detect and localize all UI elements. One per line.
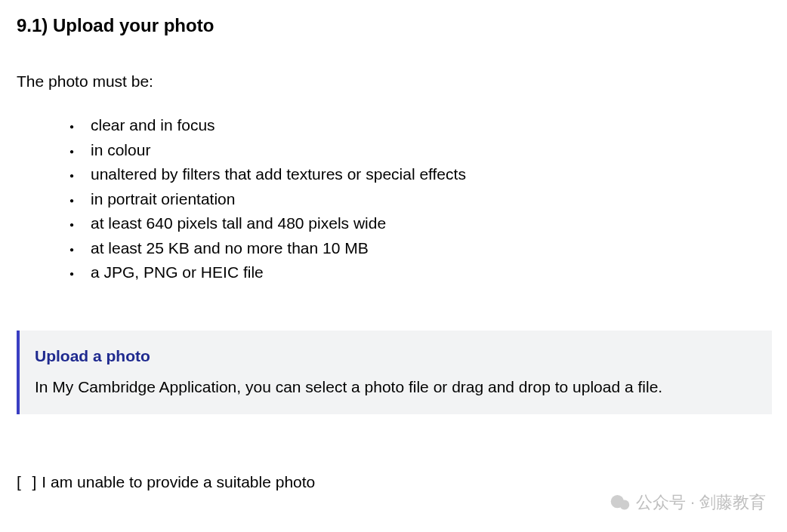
- svg-point-1: [619, 500, 629, 509]
- list-item: clear and in focus: [69, 113, 770, 138]
- section-heading: 9.1) Upload your photo: [17, 15, 770, 36]
- wechat-icon: [610, 493, 630, 512]
- svg-point-0: [611, 495, 624, 508]
- intro-text: The photo must be:: [17, 72, 770, 91]
- unable-checkbox-row[interactable]: [ ] I am unable to provide a suitable ph…: [17, 473, 770, 491]
- watermark-separator: ·: [690, 493, 695, 512]
- watermark-name: 剑藤教育: [699, 491, 766, 514]
- list-item: at least 640 pixels tall and 480 pixels …: [69, 211, 770, 236]
- requirements-list: clear and in focus in colour unaltered b…: [17, 113, 770, 285]
- checkbox-label: I am unable to provide a suitable photo: [42, 473, 315, 491]
- watermark: 公众号 · 剑藤教育: [610, 491, 766, 514]
- upload-box-title: Upload a photo: [35, 347, 754, 365]
- list-item: in portrait orientation: [69, 187, 770, 212]
- list-item: at least 25 KB and no more than 10 MB: [69, 236, 770, 261]
- list-item: unaltered by filters that add textures o…: [69, 162, 770, 187]
- upload-info-box: Upload a photo In My Cambridge Applicati…: [17, 331, 772, 414]
- upload-box-description: In My Cambridge Application, you can sel…: [35, 376, 754, 398]
- checkbox-icon[interactable]: [ ]: [17, 473, 37, 491]
- list-item: a JPG, PNG or HEIC file: [69, 260, 770, 285]
- watermark-prefix: 公众号: [636, 491, 686, 514]
- list-item: in colour: [69, 138, 770, 163]
